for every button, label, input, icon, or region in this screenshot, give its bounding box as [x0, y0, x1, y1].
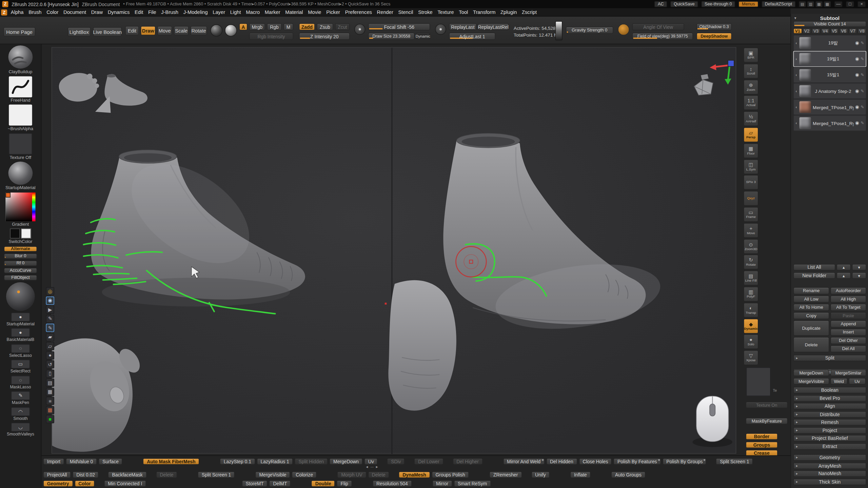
bottom-bar-button[interactable]: DelMT: [269, 480, 291, 487]
right-foot-model[interactable]: [443, 133, 664, 338]
menu-item[interactable]: Dynamics: [105, 8, 132, 16]
right-shelf-button[interactable]: ↕ Scroll: [744, 63, 758, 78]
right-shelf-button[interactable]: 1:1 Actual: [744, 95, 758, 110]
section-header[interactable]: ▸ Project: [793, 427, 867, 434]
menus-button[interactable]: Menus: [738, 1, 758, 7]
m-button[interactable]: M: [283, 23, 293, 30]
pen-icon[interactable]: ✎: [861, 105, 864, 110]
pen-icon[interactable]: ✎: [861, 88, 864, 94]
subtool-action-button[interactable]: Del Other: [830, 337, 866, 344]
pen-icon[interactable]: ✎: [861, 121, 864, 126]
camera-icon[interactable]: [618, 24, 629, 35]
titlebar-tool-icon[interactable]: ▤: [799, 1, 806, 7]
border-button[interactable]: Border: [746, 433, 778, 440]
bottom-bar-button[interactable]: Mirror And Weld: [503, 458, 545, 465]
bottom-bar-button[interactable]: Smart ReSym: [454, 480, 491, 487]
alpha-a-button[interactable]: A: [239, 23, 247, 30]
fillobject-button[interactable]: FillObject: [4, 275, 37, 280]
tray-quick-item[interactable]: ▭ SelectRect: [11, 360, 31, 374]
hue-strip[interactable]: [32, 192, 36, 221]
subtool-item[interactable]: ◐ J Anatomy Step-2 ◉ ✎: [793, 83, 867, 99]
bottom-bar-button[interactable]: Uv: [364, 458, 378, 465]
subtool-action-button[interactable]: AutoReorder: [830, 287, 866, 294]
bottom-bar-button[interactable]: Close Holes: [579, 458, 612, 465]
bottom-bar-button[interactable]: Color: [75, 480, 95, 487]
right-shelf-button[interactable]: ⊙ Zoom3D: [744, 239, 758, 254]
right-shelf-button[interactable]: ▥ PolyF: [744, 287, 758, 302]
accucurve-button[interactable]: AccuCurve: [4, 267, 37, 273]
version-tab[interactable]: V6: [839, 28, 848, 34]
bottom-bar-button[interactable]: Resolution 504: [373, 480, 412, 487]
bottom-bar-button[interactable]: Import: [43, 458, 64, 465]
z-intensity-slider[interactable]: Z Intensity 20: [299, 33, 350, 40]
subtool-header[interactable]: ▾ Subtool: [793, 15, 867, 21]
menu-item[interactable]: Tool: [456, 8, 471, 16]
viewport-canvas[interactable]: [52, 47, 736, 454]
right-shelf-button[interactable]: Qxyz: [744, 191, 758, 206]
menu-item[interactable]: Texture: [435, 8, 456, 16]
tray-quick-item[interactable]: ✎ MaskPen: [11, 391, 30, 405]
material-ball-icon[interactable]: [210, 24, 222, 37]
polypaint-brush-icon[interactable]: ◐: [795, 41, 798, 45]
palette-header[interactable]: ▸ Geometry: [793, 454, 867, 461]
edit-button[interactable]: Edit: [125, 26, 139, 36]
bottom-bar-button[interactable]: MidValue 0: [66, 458, 97, 465]
version-tab[interactable]: V2: [803, 28, 811, 34]
bottom-bar-button[interactable]: Polish By Groups: [663, 458, 707, 465]
right-shelf-button[interactable]: ▦ Floor: [744, 143, 758, 158]
polypaint-brush-icon[interactable]: ◐: [795, 57, 798, 61]
bottom-bar-button[interactable]: MergeDown: [330, 458, 363, 465]
menu-item[interactable]: Movie: [305, 8, 324, 16]
quick-tool-button[interactable]: ▱: [46, 342, 54, 350]
alpha-selector[interactable]: ~BrushAlpha: [8, 105, 33, 131]
subtool-item[interactable]: ◐ Merged_TPose1_Ryan_Kingslien ◉ ✎: [793, 115, 867, 131]
draw-button[interactable]: Draw: [141, 26, 156, 36]
eye-icon[interactable]: ◉: [855, 57, 859, 62]
menu-item[interactable]: Macro: [243, 8, 262, 16]
texture-on-button[interactable]: Texture On: [746, 402, 788, 408]
bottom-bar-button[interactable]: LazyRadius 1: [257, 458, 293, 465]
bottom-bar-button[interactable]: Del Hidden: [546, 458, 577, 465]
folder-up-button[interactable]: ▲: [836, 272, 851, 279]
fov-slider[interactable]: Field of view(deg) 39.59775: [632, 33, 693, 40]
right-shelf-button[interactable]: ● Solo: [744, 334, 758, 349]
move-button[interactable]: Move: [157, 26, 172, 36]
camera-mesh-icon[interactable]: [694, 74, 713, 95]
menu-item[interactable]: Light: [228, 8, 243, 16]
default-zscript-button[interactable]: DefaultZScript: [762, 1, 795, 7]
rgb-button[interactable]: Rgb: [267, 23, 282, 30]
color-picker-gradient[interactable]: [5, 192, 35, 221]
lightcap-ball-icon[interactable]: [225, 24, 237, 37]
bottom-bar-button[interactable]: Delete: [156, 471, 177, 478]
subtool-action-button[interactable]: Paste: [830, 312, 866, 319]
palette-header[interactable]: ▸ ArrayMesh: [793, 462, 867, 469]
menu-item[interactable]: Stroke: [416, 8, 435, 16]
alternate-button[interactable]: Alternate: [4, 246, 37, 251]
section-header[interactable]: ▸ Extract: [793, 443, 867, 450]
right-shelf-button[interactable]: ◆ Dynamic: [744, 319, 758, 333]
right-shelf-button[interactable]: ◫ L.Sym: [744, 159, 758, 174]
view-thumbnails[interactable]: [59, 73, 147, 113]
bottom-bar-button[interactable]: Colorize: [292, 471, 317, 478]
quick-tool-button[interactable]: ◎: [46, 287, 54, 295]
bottom-bar-button[interactable]: DynaMesh: [399, 471, 430, 478]
bottom-bar-button[interactable]: ProjectAll: [43, 471, 71, 478]
bottom-bar-button[interactable]: Flip: [337, 480, 352, 487]
version-tab[interactable]: V4: [821, 28, 830, 34]
version-tab[interactable]: V1: [793, 28, 802, 34]
quick-tool-button[interactable]: ▰: [46, 333, 54, 341]
subtool-action-button[interactable]: Del All: [830, 345, 866, 352]
split-section-header[interactable]: ▸ Split: [793, 355, 867, 362]
mask-by-feature-button[interactable]: MaskByFeature: [746, 418, 788, 425]
bottom-bar-button[interactable]: ZRemesher: [490, 471, 522, 478]
texture-selector[interactable]: Texture Off: [9, 133, 32, 160]
right-shelf-button[interactable]: + Move: [744, 223, 758, 238]
bottom-bar-button[interactable]: Double: [311, 480, 335, 487]
primary-color-swatch[interactable]: [10, 228, 20, 238]
menu-item[interactable]: Marker: [262, 8, 282, 16]
menu-item[interactable]: Document: [61, 8, 89, 16]
menu-item[interactable]: Alpha: [8, 8, 26, 16]
bottom-bar-button[interactable]: Split Hidden: [295, 458, 328, 465]
eye-icon[interactable]: ◉: [855, 105, 859, 110]
bottom-bar-button[interactable]: Delete: [368, 471, 389, 478]
